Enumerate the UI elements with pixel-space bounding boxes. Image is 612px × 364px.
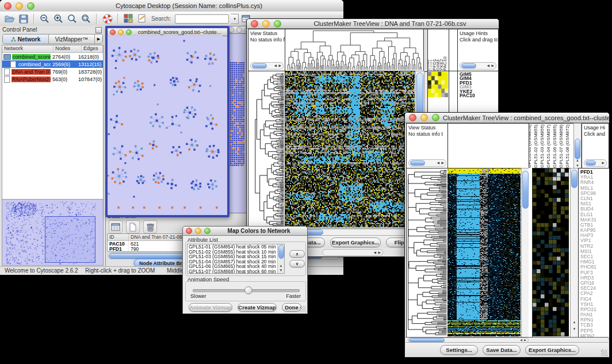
zoomview-vscrollbar[interactable]: ▲ ▼ bbox=[570, 168, 579, 338]
zoom-button[interactable] bbox=[204, 228, 211, 234]
export-graphics-button[interactable]: Export Graphics... bbox=[330, 237, 381, 247]
save-session-icon[interactable] bbox=[17, 13, 29, 25]
speed-slider[interactable] bbox=[193, 289, 300, 292]
minimize-button[interactable] bbox=[236, 27, 242, 33]
scrollbar-thumb[interactable] bbox=[461, 63, 476, 68]
move-up-button[interactable]: ∧ bbox=[289, 250, 305, 258]
zoom-button[interactable] bbox=[27, 2, 35, 10]
scroll-left-icon[interactable]: ◀ bbox=[520, 338, 522, 342]
column-dendrogram-canvas[interactable] bbox=[285, 29, 423, 70]
open-session-icon[interactable] bbox=[3, 13, 16, 25]
float-panel-icon[interactable] bbox=[95, 27, 102, 33]
resize-grip[interactable] bbox=[601, 350, 607, 356]
scrollbar-thumb[interactable] bbox=[575, 139, 580, 159]
zoom-button[interactable] bbox=[274, 20, 281, 28]
zoom-button[interactable] bbox=[126, 29, 132, 35]
usage-hints-scrollbar[interactable]: ▶ bbox=[584, 159, 607, 167]
scrollbar-thumb[interactable] bbox=[586, 160, 596, 166]
save-data-button[interactable]: Save Data... bbox=[483, 345, 521, 355]
network-list-row[interactable]: RNAPuberNov2+ 563(0) 107847(0) bbox=[2, 75, 103, 83]
create-vizmap-button[interactable]: Create Vizmap bbox=[238, 303, 277, 312]
export-graphics-button[interactable]: Export Graphics... bbox=[525, 345, 579, 355]
scroll-up-icon[interactable]: ▲ bbox=[571, 320, 578, 325]
minimize-button[interactable] bbox=[420, 114, 428, 121]
row-dendrogram-canvas[interactable] bbox=[248, 71, 284, 227]
network-list-row[interactable]: DNA and Tran 07 769(0) 183728(0) bbox=[2, 68, 103, 75]
view-status-scrollbar[interactable]: ◀ ▶ bbox=[408, 159, 446, 167]
column-id[interactable]: ID bbox=[108, 234, 129, 240]
network-list-row[interactable]: combined_scores 2764(0) 16218(0) bbox=[2, 53, 103, 60]
search-dropdown-icon[interactable]: ▾ bbox=[231, 14, 239, 24]
network-list-row[interactable]: combined_sco 2569(6) 13112(15) bbox=[2, 60, 103, 68]
annotation-icon[interactable] bbox=[136, 13, 148, 25]
resize-grip[interactable] bbox=[300, 306, 306, 312]
global-heatmap-canvas[interactable] bbox=[285, 71, 415, 227]
tab-network[interactable]: Network bbox=[3, 35, 49, 44]
attribute-list-scrollbar[interactable]: ▲ ▼ bbox=[277, 244, 284, 273]
scroll-right-icon[interactable]: ▶ bbox=[278, 63, 281, 67]
tab-overflow-arrow[interactable]: ▶ bbox=[95, 35, 102, 44]
attribute-table-icon[interactable] bbox=[109, 220, 123, 233]
zoom-matrix-canvas[interactable] bbox=[428, 72, 448, 97]
minimize-button[interactable] bbox=[262, 20, 270, 28]
tab-vizmapper[interactable]: VizMapper™ bbox=[49, 35, 95, 44]
birdseye-view-canvas[interactable] bbox=[2, 199, 104, 266]
zoom-button[interactable] bbox=[432, 114, 439, 121]
close-button[interactable] bbox=[409, 114, 416, 121]
search-input[interactable] bbox=[175, 14, 229, 24]
minimize-button[interactable] bbox=[118, 29, 124, 35]
scroll-up-icon[interactable]: ▲ bbox=[574, 158, 581, 163]
close-button[interactable] bbox=[186, 228, 192, 234]
zoomview-hscrollbar[interactable]: ◀ ▶ bbox=[322, 249, 383, 256]
gene-label[interactable]: PAC10 bbox=[458, 94, 498, 98]
window-title-bar[interactable]: ClusterMaker TreeView : DNA and Tran 07-… bbox=[247, 19, 499, 29]
scroll-right-icon[interactable]: ▶ bbox=[491, 63, 494, 67]
main-title-bar[interactable]: Cytoscape Desktop (Session Name: collins… bbox=[0, 0, 343, 12]
network-view-canvas[interactable] bbox=[108, 36, 223, 210]
scroll-left-icon[interactable]: ◀ bbox=[373, 250, 376, 254]
scroll-left-icon[interactable]: ◀ bbox=[487, 63, 489, 67]
window-title-bar[interactable]: ClusterMaker TreeView : combined_scores_… bbox=[405, 113, 609, 123]
move-down-button[interactable]: ∨ bbox=[289, 260, 305, 267]
scroll-right-icon[interactable]: ▶ bbox=[378, 250, 381, 254]
window-title-bar[interactable]: combined_scores_good.txt--cluste... bbox=[108, 28, 227, 36]
attribute-list[interactable]: ▲ ▼ GPL51-01 (GSM854) heat shock 05 minG… bbox=[187, 244, 285, 274]
attribute-list-item[interactable]: GPL51-07 (GSM868) heat shock 60 min bbox=[188, 269, 284, 274]
minimize-button[interactable] bbox=[195, 228, 201, 234]
scrollbar-thumb[interactable] bbox=[410, 160, 425, 166]
scrollbar-thumb[interactable] bbox=[409, 338, 445, 342]
settings-button[interactable]: Settings... bbox=[440, 345, 478, 355]
scroll-right-icon[interactable]: ▶ bbox=[524, 338, 526, 342]
zoom-in-icon[interactable] bbox=[52, 13, 64, 25]
scroll-left-icon[interactable]: ◀ bbox=[274, 63, 277, 67]
scrollbar-thumb[interactable] bbox=[278, 245, 284, 259]
new-attribute-icon[interactable] bbox=[126, 220, 140, 233]
close-button[interactable] bbox=[110, 29, 116, 35]
minimize-button[interactable] bbox=[16, 2, 23, 10]
done-button[interactable]: Done bbox=[282, 303, 301, 312]
close-button[interactable] bbox=[4, 2, 12, 10]
row-dendrogram-canvas[interactable] bbox=[407, 168, 447, 336]
slider-thumb[interactable] bbox=[244, 286, 253, 294]
global-heatmap-canvas[interactable] bbox=[447, 168, 521, 336]
zoom-fit-icon[interactable] bbox=[80, 13, 92, 25]
close-button[interactable] bbox=[251, 20, 258, 28]
scroll-down-icon[interactable]: ▼ bbox=[571, 327, 578, 332]
zoom-heatmap-canvas[interactable] bbox=[533, 168, 569, 336]
vizmapper-icon[interactable] bbox=[123, 13, 135, 25]
zoom-out-icon[interactable] bbox=[39, 13, 51, 25]
usage-hints-scrollbar[interactable]: ◀ ▶ bbox=[460, 62, 496, 70]
scrollbar-thumb[interactable] bbox=[522, 171, 529, 209]
scroll-left-icon[interactable]: ◀ bbox=[437, 160, 439, 164]
help-lifesaver-icon[interactable] bbox=[101, 13, 113, 25]
dialog-title-bar[interactable]: Map Colors to Network bbox=[183, 227, 307, 236]
scroll-down-icon[interactable]: ▼ bbox=[278, 268, 284, 273]
delete-attribute-trash-icon[interactable] bbox=[143, 220, 157, 233]
network-tree-table[interactable]: Network Nodes Edges combined_scores 2764… bbox=[2, 45, 104, 200]
scrollbar-thumb[interactable] bbox=[571, 170, 577, 188]
animate-vizmap-button[interactable]: Animate Vizmap bbox=[189, 303, 232, 312]
scrollbar-thumb[interactable] bbox=[252, 63, 267, 68]
column-labels-vscrollbar[interactable]: ▲ ▼ bbox=[573, 123, 582, 169]
zoom-selected-icon[interactable] bbox=[66, 13, 78, 25]
column-dendrogram-panel[interactable] bbox=[447, 123, 530, 169]
